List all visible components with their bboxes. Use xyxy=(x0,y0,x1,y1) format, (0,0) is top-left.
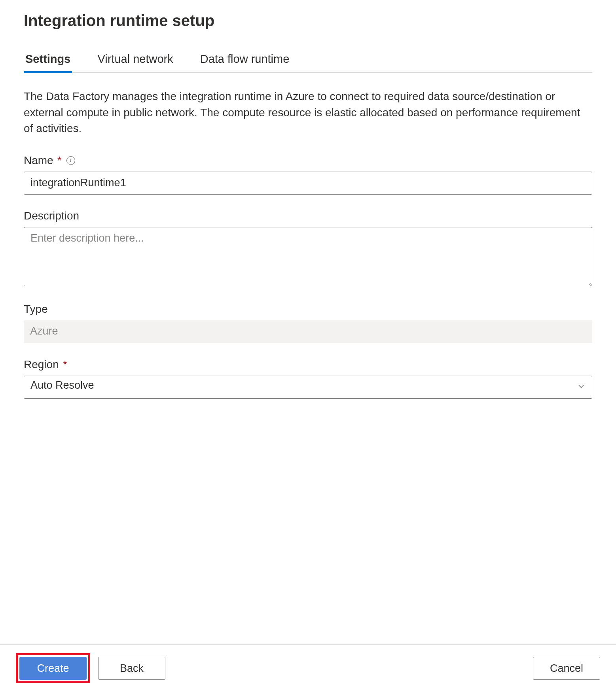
description-label: Description xyxy=(24,210,79,222)
description-input[interactable] xyxy=(24,227,592,286)
tab-settings[interactable]: Settings xyxy=(24,49,72,73)
name-label-row: Name * i xyxy=(24,154,592,167)
tab-data-flow-runtime[interactable]: Data flow runtime xyxy=(199,49,291,73)
footer: Create Back Cancel xyxy=(0,644,616,692)
info-icon[interactable]: i xyxy=(66,156,75,165)
form-group-region: Region * Auto Resolve xyxy=(24,358,592,399)
form-group-name: Name * i xyxy=(24,154,592,195)
cancel-button[interactable]: Cancel xyxy=(533,657,600,680)
back-button[interactable]: Back xyxy=(98,657,165,680)
region-select-wrapper: Auto Resolve xyxy=(24,376,592,399)
type-field: Azure xyxy=(24,320,592,343)
page-title: Integration runtime setup xyxy=(24,12,592,30)
name-label: Name xyxy=(24,154,53,167)
required-asterisk-icon: * xyxy=(57,154,62,167)
tab-virtual-network[interactable]: Virtual network xyxy=(96,49,174,73)
type-label: Type xyxy=(24,303,48,316)
region-label-row: Region * xyxy=(24,358,592,371)
name-input[interactable] xyxy=(24,172,592,195)
description-label-row: Description xyxy=(24,210,592,222)
create-highlight: Create xyxy=(16,653,90,683)
region-select[interactable]: Auto Resolve xyxy=(24,376,592,399)
type-label-row: Type xyxy=(24,303,592,316)
form-group-type: Type Azure xyxy=(24,303,592,343)
form-group-description: Description xyxy=(24,210,592,288)
intro-text: The Data Factory manages the integration… xyxy=(24,89,592,137)
required-asterisk-icon: * xyxy=(63,358,67,371)
content-area: Integration runtime setup Settings Virtu… xyxy=(0,0,616,644)
tabs: Settings Virtual network Data flow runti… xyxy=(24,49,592,73)
create-button[interactable]: Create xyxy=(19,657,87,680)
region-label: Region xyxy=(24,358,59,371)
